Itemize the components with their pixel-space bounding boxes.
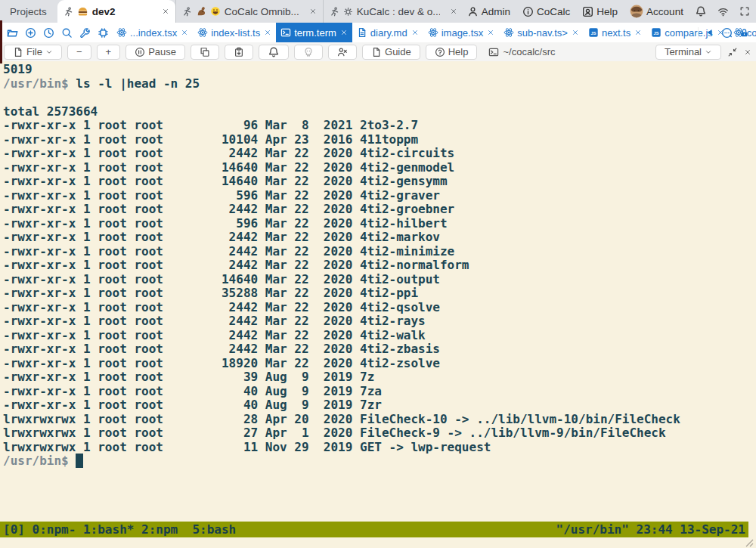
terminal-output[interactable]: 5019 /usr/bin$ ls -l |head -n 25 total 2… [0,61,756,469]
paste-icon [234,47,244,57]
toolbar-right: Terminal [655,45,756,60]
browser-tab-label: CoCalc Omnib... [225,6,299,17]
projects-label[interactable]: Projects [10,6,47,17]
chrome-right-menu: AdminCoCalcHelpAccount [463,5,756,18]
chrome-menu-help[interactable]: Help [578,6,621,17]
disconnect-user-button[interactable] [328,45,357,60]
pause-button[interactable]: Pause [125,45,185,60]
terminal-icon [280,27,291,38]
button-label: − [76,46,82,57]
search-icon[interactable] [57,23,76,42]
file-tab-label: image.tsx [442,27,484,39]
cocalc-window: Projects dev2 CoCalc Omnib... KuCalc : d… [0,0,756,548]
close-icon[interactable] [411,29,419,36]
burger-icon [77,6,88,17]
close-icon[interactable] [444,6,457,17]
browser-tab-cocalc-omnibus[interactable]: CoCalc Omnib... [175,0,323,23]
question-circle-icon [435,47,445,57]
tmux-status-bar[interactable]: [0] 0:npm- 1:bash* 2:npm 5:bash "/usr/bi… [0,522,748,537]
js-icon: JS [588,27,599,38]
close-icon[interactable] [156,6,169,17]
chrome-menu-label: Admin [482,6,510,17]
chrome-menu-label: Help [596,6,618,17]
terminal-prompt: /usr/bin$ [3,76,69,91]
open-file-tabs: ...index.tsx index-list.ts term.term dia… [112,23,698,42]
close-frame-icon[interactable] [744,48,751,56]
font-bigger-button[interactable]: + [97,45,121,60]
react-icon [503,27,514,38]
close-icon[interactable] [716,29,724,36]
close-icon[interactable] [571,29,579,36]
bell-icon[interactable] [692,5,710,17]
guide-button[interactable]: Guide [362,45,420,60]
close-icon[interactable] [634,29,642,36]
button-label: Pause [148,46,176,57]
close-icon[interactable] [339,29,348,36]
file-tab-compare-js[interactable]: JScompare.js [646,23,729,42]
file-tab-diary-md[interactable]: diary.md [352,23,423,42]
info-circle-icon [522,6,534,17]
lock-icon[interactable] [739,28,749,38]
close-icon[interactable] [486,29,494,36]
chrome-menu-account[interactable]: Account [626,5,687,18]
file-menu-button[interactable]: File [4,45,62,60]
file-tab-next-ts[interactable]: JSnext.ts [584,23,646,42]
wrench-icon[interactable] [76,23,94,42]
paste-button[interactable] [225,45,253,60]
fullscreen-icon[interactable] [736,6,753,17]
terminal-prompt: /usr/bin$ [3,454,69,468]
close-icon[interactable] [263,29,271,36]
avatar-icon [630,5,643,18]
file-tab-bar: ...index.tsx index-list.ts term.term dia… [0,23,756,43]
font-smaller-button[interactable]: − [67,45,91,60]
folder-icon[interactable] [3,23,21,42]
file-tab-image-tsx[interactable]: image.tsx [423,23,500,42]
chrome-menu-label: CoCalc [537,6,570,17]
browser-tabs: dev2 CoCalc Omnib... KuCalc : dev & o... [57,0,463,23]
browser-tab-kucalc[interactable]: KuCalc : dev & o... [323,0,463,23]
runner-icon [330,7,339,17]
grin-icon [210,6,221,17]
tmux-windows[interactable]: [0] 0:npm- 1:bash* 2:npm 5:bash [3,522,236,537]
react-icon [428,27,438,38]
chip-icon[interactable] [94,23,112,42]
plus-circle-icon[interactable] [21,23,39,42]
chrome-menu-label: Account [646,6,683,17]
close-icon[interactable] [180,29,188,36]
file-tab-label: diary.md [370,27,407,39]
browser-tab-label: dev2 [92,6,116,17]
squirrel-icon [196,6,206,17]
frame-type-dropdown[interactable]: Terminal [655,45,721,60]
svg-text:JS: JS [590,31,596,36]
chrome-menu-cocalc[interactable]: CoCalc [519,6,574,17]
runner-icon [182,7,192,17]
help-button[interactable]: Help [426,45,478,60]
triangle-left-icon[interactable] [705,28,714,37]
kill-button[interactable] [294,45,323,60]
file-tab--index-tsx[interactable]: ...index.tsx [112,23,193,42]
file-tab-right-actions [698,27,756,39]
bell-icon [268,46,280,58]
terminal-icon [488,47,499,57]
button-label: File [26,46,42,57]
browser-tab-dev2[interactable]: dev2 [57,0,175,23]
file-tab-label: sub-nav.ts> [517,27,568,39]
terminal-pane[interactable]: 5019 /usr/bin$ ls -l |head -n 25 total 2… [0,61,756,522]
wifi-icon[interactable] [714,6,732,17]
history-icon[interactable] [39,23,57,42]
compress-icon[interactable] [727,47,738,57]
file-tab-term-term[interactable]: term.term [276,23,352,42]
file-tab-label: index-list.ts [211,27,260,39]
file-tab-index-list-ts[interactable]: index-list.ts [193,23,276,42]
file-tab-label: term.term [294,27,336,39]
resize-grip-icon[interactable] [745,538,754,547]
user-x-icon [337,47,348,57]
init-file-button[interactable] [259,45,289,60]
chrome-menu-admin[interactable]: Admin [463,6,514,17]
tmux-status-right: "/usr/bin" 23:44 13-Sep-21 [556,522,745,537]
button-label: Help [448,46,469,57]
file-tab-sub-nav-ts-gt-[interactable]: sub-nav.ts> [499,23,584,42]
copy-button[interactable] [191,45,219,60]
close-icon[interactable] [303,6,317,17]
react-icon [116,27,127,38]
